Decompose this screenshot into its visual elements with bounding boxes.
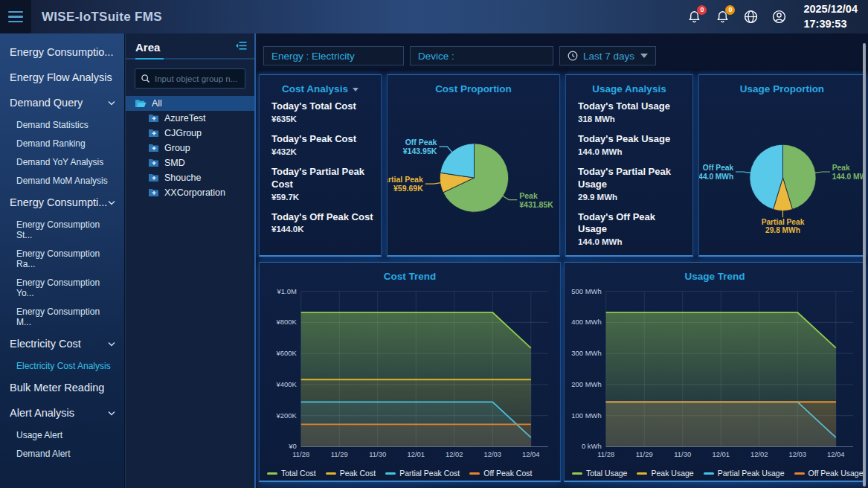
legend-label: Partial Peak Usage	[718, 469, 785, 478]
device-filter[interactable]: Device :	[410, 46, 553, 65]
tree-node-label: Group	[164, 143, 190, 153]
sidebar-item-demand-yoy-analysis[interactable]: Demand YoY Analysis	[0, 152, 124, 171]
object-group-search[interactable]	[135, 68, 245, 89]
energy-filter[interactable]: Energy : Electricity	[263, 46, 404, 65]
legend-item-partial-peak-usage[interactable]: Partial Peak Usage	[704, 469, 785, 478]
legend-item-partial-peak-cost[interactable]: Partial Peak Cost	[385, 469, 460, 478]
sidebar-item-demand-alert[interactable]: Demand Alert	[0, 444, 124, 463]
stat-label: Today's Total Usage	[578, 100, 687, 113]
cost-trend-title: Cost Trend	[384, 271, 437, 282]
cost-trend-chart[interactable]: ¥0¥200K¥400K¥600K¥800K¥1.0M11/2811/2911/…	[260, 283, 560, 465]
svg-text:Partial Peak29.8 MWh: Partial Peak29.8 MWh	[762, 218, 805, 235]
legend-item-off-peak-cost[interactable]: Off Peak Cost	[469, 469, 532, 478]
language-globe-icon[interactable]	[742, 9, 759, 25]
legend-item-total-usage[interactable]: Total Usage	[572, 469, 627, 478]
time-range-selector[interactable]: Last 7 days	[559, 46, 656, 65]
sidebar-item-electricity-cost-analysis[interactable]: Electricity Cost Analysis	[0, 356, 124, 375]
sidebar-item-energy-consumpti[interactable]: Energy Consumpti...	[0, 190, 124, 215]
legend-label: Off Peak Cost	[483, 469, 532, 478]
caret-down-icon[interactable]	[353, 88, 359, 92]
sidebar-item-bulk-meter-reading[interactable]: Bulk Meter Reading	[0, 375, 124, 400]
legend-label: Peak Usage	[651, 469, 693, 478]
tree-node-xxcorporation[interactable]: XXCorporation	[126, 185, 254, 200]
tree-node-shouche[interactable]: Shouche	[126, 170, 254, 185]
sidebar-item-energy-consumptio[interactable]: Energy Consumptio...	[0, 39, 124, 65]
usage-trend-legend: Total UsagePeak UsagePartial Peak UsageO…	[565, 465, 865, 481]
sidebar-item-energy-consumption-st[interactable]: Energy Consumption St...	[0, 215, 124, 244]
sidebar-item-label: Demand Ranking	[16, 138, 86, 149]
alert-badge: 0	[697, 5, 707, 15]
cost-proportion-card: Cost Proportion Peak¥431.85KPartial Peak…	[387, 74, 560, 257]
stat-value: 144.0 MWh	[578, 147, 687, 156]
svg-text:500 MWh: 500 MWh	[571, 287, 601, 295]
svg-text:12/01: 12/01	[407, 450, 425, 458]
notice-badge: 0	[725, 5, 735, 15]
stat-value: ¥59.7K	[271, 193, 375, 202]
tree-node-all[interactable]: All	[126, 96, 254, 111]
tree-node-azuretest[interactable]: AzureTest	[126, 111, 254, 126]
stat-today-s-partial-peak-cost: Today's Partial Peak Cost¥59.7K	[271, 166, 375, 202]
sidebar-item-energy-consumption-ra[interactable]: Energy Consumption Ra...	[0, 244, 124, 273]
svg-text:¥1.0M: ¥1.0M	[277, 287, 297, 295]
legend-item-off-peak-usage[interactable]: Off Peak Usage	[794, 469, 864, 478]
usage-trend-chart[interactable]: 0 kWh100 MWh200 MWh300 MWh400 MWh500 MWh…	[565, 283, 865, 465]
vertical-scrollbar[interactable]	[863, 43, 866, 487]
sidebar-item-demand-mom-analysis[interactable]: Demand MoM Analysis	[0, 171, 124, 190]
search-input[interactable]	[155, 74, 239, 83]
sidebar-item-demand-ranking[interactable]: Demand Ranking	[0, 134, 124, 152]
cost-analysis-card: Cost Analysis Today's Total Cost¥635KTod…	[259, 74, 382, 257]
svg-text:12/02: 12/02	[446, 450, 463, 458]
svg-text:Off Peak¥143.95K: Off Peak¥143.95K	[403, 138, 437, 155]
app-title: WISE-IoTSuite FMS	[42, 10, 162, 25]
folder-plus-icon	[148, 158, 159, 167]
sidebar-item-energy-flow-analysis[interactable]: Energy Flow Analysis	[0, 65, 124, 90]
stat-value: ¥635K	[271, 115, 375, 123]
sidebar-item-alert-analysis[interactable]: Alert Analysis	[0, 400, 124, 426]
stat-label: Today's Off Peak Cost	[271, 211, 375, 224]
legend-label: Off Peak Usage	[808, 469, 864, 478]
hamburger-menu-icon[interactable]	[0, 0, 31, 33]
sidebar-item-demand-query[interactable]: Demand Query	[0, 90, 124, 115]
sidebar-item-electricity-cost[interactable]: Electricity Cost	[0, 331, 124, 356]
account-icon[interactable]	[771, 9, 787, 25]
svg-text:Off Peak144.0 MWh: Off Peak144.0 MWh	[699, 164, 733, 181]
usage-proportion-pie-chart[interactable]: Peak144.0 MWhPartial Peak29.8 MWhOff Pea…	[699, 96, 865, 251]
tree-node-cjgroup[interactable]: CJGroup	[126, 126, 254, 141]
stat-label: Today's Peak Cost	[271, 133, 375, 146]
legend-item-peak-cost[interactable]: Peak Cost	[326, 469, 376, 478]
sidebar-item-energy-consumption-yo[interactable]: Energy Consumption Yo...	[0, 273, 124, 302]
svg-text:Peak¥431.85K: Peak¥431.85K	[519, 191, 553, 209]
alert-bell-icon[interactable]: 0	[686, 9, 702, 25]
legend-color-dash	[267, 472, 277, 475]
tree-node-group[interactable]: Group	[126, 141, 254, 155]
legend-color-dash	[572, 472, 582, 475]
topbar-actions: 0 0	[686, 2, 868, 30]
legend-color-dash	[637, 472, 647, 475]
stat-value: ¥144.0K	[271, 225, 375, 234]
notification-bell-icon[interactable]: 0	[714, 9, 730, 25]
cost-trend-legend: Total CostPeak CostPartial Peak CostOff …	[260, 465, 560, 481]
topbar: WISE-IoTSuite FMS 0 0	[0, 0, 868, 33]
collapse-panel-icon[interactable]	[236, 40, 247, 54]
tree-node-label: AzureTest	[164, 113, 206, 123]
svg-text:Peak144.0 MWh: Peak144.0 MWh	[832, 164, 865, 181]
cost-proportion-pie-chart[interactable]: Peak¥431.85KPartial Peak¥59.69KOff Peak¥…	[388, 96, 559, 251]
legend-item-total-cost[interactable]: Total Cost	[267, 469, 316, 478]
legend-color-dash	[469, 472, 480, 475]
folder-plus-icon	[148, 144, 159, 152]
sidebar-item-label: Demand Statistics	[16, 120, 89, 130]
tree-node-smd[interactable]: SMD	[126, 155, 254, 170]
stat-label: Today's Partial Peak Cost	[271, 166, 375, 191]
legend-item-peak-usage[interactable]: Peak Usage	[637, 469, 693, 478]
sidebar-item-usage-alert[interactable]: Usage Alert	[0, 426, 124, 444]
folder-plus-icon	[148, 173, 159, 182]
sidebar-item-label: Electricity Cost Analysis	[16, 361, 111, 371]
legend-color-dash	[326, 472, 336, 475]
sidebar-item-demand-statistics[interactable]: Demand Statistics	[0, 115, 124, 134]
svg-text:400 MWh: 400 MWh	[571, 318, 601, 326]
svg-text:¥400K: ¥400K	[275, 380, 297, 388]
stat-today-s-partial-peak-usage: Today's Partial Peak Usage29.9 MWh	[578, 166, 687, 202]
area-tree: AllAzureTestCJGroupGroupSMDShoucheXXCorp…	[126, 96, 254, 200]
sidebar-item-energy-consumption-m[interactable]: Energy Consumption M...	[0, 302, 124, 331]
stat-label: Today's Partial Peak Usage	[578, 166, 687, 191]
